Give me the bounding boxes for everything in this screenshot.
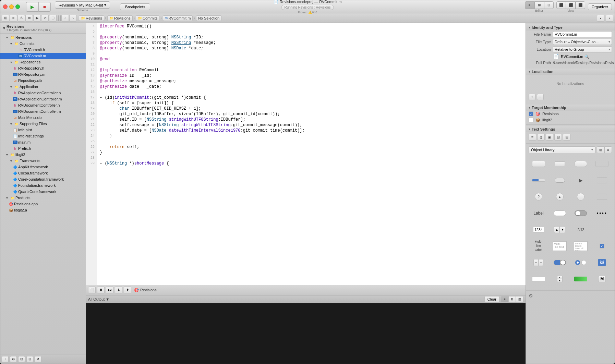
search-button-sb[interactable]: ↺ [35,356,41,362]
sidebar-item-libgit2[interactable]: ▾ 📁 libgit2 [0,151,86,158]
debug-step-in-button[interactable]: ⬇ [115,287,122,293]
nav-right-back[interactable]: ‹ [597,15,604,22]
minimize-button[interactable] [9,4,14,9]
ts-grid-btn[interactable]: ⊞ [563,134,570,141]
breadcrumb-rvcommit[interactable]: m RVCommit.m [163,15,193,21]
ts-focus-btn[interactable]: ◉ [546,134,553,141]
obj-lib-item-progress[interactable] [529,173,548,188]
obj-lib-item-multitext[interactable]: Multi-line Text [550,239,570,254]
output-list-button[interactable]: ≡ [501,296,508,302]
object-library-dropdown[interactable]: Object Library ▾ [529,146,595,153]
obj-lib-item-password[interactable]: •••• [592,206,612,221]
obj-lib-item-multilabel[interactable]: Multi-lineLabel [529,239,548,254]
sidebar-item-frameworks[interactable]: ▾ 📁 Frameworks [0,158,86,164]
output-filter-select[interactable]: All Output ▼ [88,297,109,301]
breakpoints-button[interactable]: Breakpoints [120,3,150,10]
obj-lib-item-blueimg[interactable]: 🖼 [592,255,612,270]
ts-hide-btn[interactable]: ⊟ [554,134,562,141]
close-button[interactable] [3,4,8,9]
locate-icon[interactable]: 🔍 [584,54,589,59]
obj-lib-item-textfield-b[interactable] [529,272,548,287]
obj-lib-item-toggle[interactable] [550,173,570,188]
stop-button[interactable]: ■ [38,2,51,12]
sidebar-item-products[interactable]: ▾ 📁 Products [0,195,86,201]
obj-lib-grid-button[interactable]: ⊞ [597,146,604,153]
location-dropdown[interactable]: Relative to Group ▾ [553,46,612,52]
remove-localization-button[interactable]: − [537,94,544,100]
breadcrumb-noselection[interactable]: No Selection [196,15,221,21]
sidebar-item-rvcommit-h[interactable]: h RVCommit.h [0,47,86,53]
obj-lib-item-picker[interactable]: ▲ ▼ [550,222,570,238]
sidebar-item-mainmenu-xib[interactable]: 🗂 MainMenu.xib [0,114,86,121]
nav-panel-button[interactable]: ⬛ [556,1,566,9]
debug-pause-button[interactable]: ⏸ [97,287,105,293]
target-libgit2-checkbox[interactable] [529,118,533,122]
filename-field[interactable]: RVCommit.m [553,31,612,37]
sidebar-item-corefoundation[interactable]: 🔷 CoreFoundation.framework [0,176,86,182]
maximize-button[interactable] [15,4,20,9]
target-revisions-checkbox[interactable]: ✓ [529,111,533,116]
sidebar-item-repositories[interactable]: ▾ 📁 Repositories [0,59,86,65]
obj-lib-item-circle[interactable] [571,190,591,205]
obj-lib-item-label[interactable]: Label [529,206,548,221]
nav-icon-5[interactable]: ▶ [33,15,41,22]
inspector-panel-button[interactable]: ⬛ [576,1,585,9]
sidebar-item-rvrepository-h[interactable]: h RVRepository.h [0,65,86,71]
obj-lib-item-search[interactable] [550,206,570,221]
sidebar-item-appkit[interactable]: 🔷 AppKit.framework [0,164,86,170]
nav-icon-1[interactable]: ⊞ [2,15,9,22]
ts-indent-btn[interactable]: ≡ [529,134,536,141]
assistant-editor-button[interactable]: ⊞ [534,1,544,9]
obj-lib-item-rounded-rect[interactable] [529,157,548,172]
obj-lib-item-checkbox[interactable]: ✓ [592,239,612,254]
sidebar-item-revisions-root[interactable]: ▾ 📁 Revisions [0,34,86,40]
debug-panel-button[interactable]: ⬛ [566,1,576,9]
organizer-button[interactable]: Organizer [588,3,612,10]
scheme-button[interactable]: Revisions > My Mac 64-bit ▾ [55,1,110,9]
sidebar-item-application[interactable]: ▾ 📁 Application [0,84,86,90]
gear-icon[interactable]: ⚙ [529,293,533,299]
obj-lib-item-stepper-h[interactable]: + − [529,255,548,270]
debug-step-over-button[interactable]: ⏭ [106,287,113,293]
version-editor-button[interactable]: ⊟ [544,1,554,9]
obj-lib-item-greenbar[interactable] [571,272,591,287]
obj-lib-item-detail-disclosure[interactable] [550,157,570,172]
sidebar-item-main-m[interactable]: m main.m [0,139,86,145]
sidebar-item-quartzcore[interactable]: 🔷 QuartzCore.framework [0,189,86,195]
obj-lib-item-toggle3[interactable] [550,255,570,270]
sidebar-item-revisions-app[interactable]: 🎯 Revisions.app [0,201,86,207]
obj-lib-item-textview[interactable]: Lorem ipsum dolor sit amet [571,239,591,254]
sidebar-item-info-plist[interactable]: 📋 Info.plist [0,127,86,133]
sort-button[interactable]: ⊟ [26,356,33,362]
obj-lib-item-toggle2[interactable] [571,206,591,221]
sidebar-item-rvappcontroller-h[interactable]: h RVApplicationController.h [0,90,86,96]
sidebar-item-rvcommit-m[interactable]: m RVCommit.m [0,53,86,59]
standard-editor-button[interactable]: ≡ [525,1,534,9]
add-file-button[interactable]: + [2,356,9,362]
sidebar-item-foundation[interactable]: 🔷 Foundation.framework [0,182,86,189]
debug-step-out-button[interactable]: ⬆ [124,287,131,293]
sidebar-item-libgit2-a[interactable]: 📦 libgit2.a [0,207,86,213]
obj-lib-item-numfield[interactable]: 1234 [529,222,548,238]
nav-icon-4[interactable]: ≣ [25,15,33,22]
nav-back-button[interactable]: ‹ [61,15,69,22]
obj-lib-item-oval[interactable] [571,157,591,172]
sidebar-item-rvdoccontroller-m[interactable]: m RVDocumentController.m [0,108,86,114]
code-content[interactable]: @interface RVCommit() @property(nonatomi… [97,23,526,285]
clear-button[interactable]: Clear [484,296,499,302]
nav-right-fwd[interactable]: › [606,15,613,22]
obj-lib-item-pager[interactable]: 2/12 [571,222,591,238]
nav-icon-3[interactable]: ⚠ [17,15,25,22]
nav-icon-2[interactable]: ≡ [10,15,17,22]
obj-lib-item-rect-empty[interactable] [592,157,612,172]
obj-lib-item-space[interactable] [592,222,612,238]
sidebar-item-commits[interactable]: ▾ 📁 Commits [0,40,86,47]
sidebar-item-prefix-h[interactable]: h Prefix.h [0,145,86,151]
nav-icon-7[interactable]: ⊡ [49,15,57,22]
sidebar-item-rvrepository-m[interactable]: m RVRepository.m [0,71,86,77]
obj-lib-item-stepper-v[interactable]: ▲ ▼ [550,272,570,287]
breadcrumb-revisions-proj[interactable]: 📁 Revisions [79,15,104,21]
output-split-button[interactable]: ⊟ [508,296,516,302]
ts-wrap-btn[interactable]: {} [537,134,545,141]
sidebar-item-repository-xib[interactable]: 🗂 Repository.xib [0,77,86,84]
